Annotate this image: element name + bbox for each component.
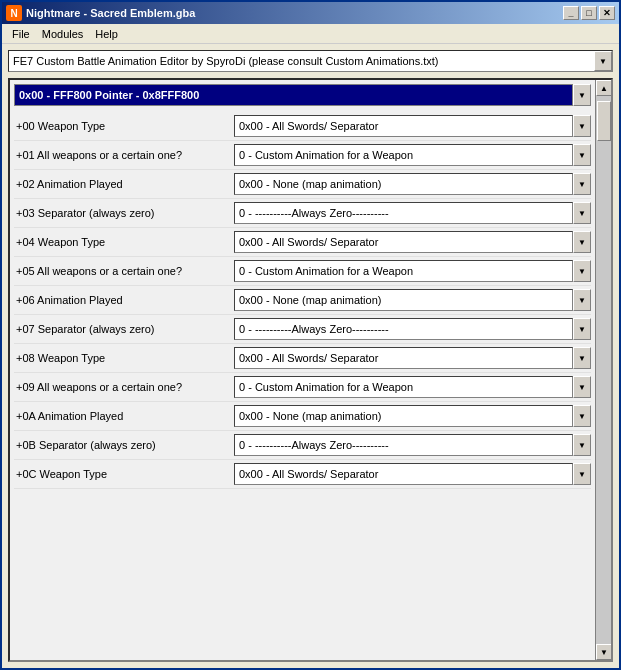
- table-row: +00 Weapon Type0x00 - All Swords/ Separa…: [14, 112, 591, 141]
- fields-area: 0x00 - FFF800 Pointer - 0x8FFF800 ▼ +00 …: [10, 80, 595, 660]
- table-row: +0C Weapon Type0x00 - All Swords/ Separa…: [14, 460, 591, 489]
- field-select-arrow[interactable]: ▼: [573, 434, 591, 456]
- field-select-arrow[interactable]: ▼: [573, 405, 591, 427]
- header-select-text: 0x00 - FFF800 Pointer - 0x8FFF800: [19, 89, 199, 101]
- menu-help[interactable]: Help: [89, 26, 124, 42]
- field-label: +02 Animation Played: [14, 178, 234, 190]
- table-row: +03 Separator (always zero)0 - ---------…: [14, 199, 591, 228]
- table-row: +07 Separator (always zero)0 - ---------…: [14, 315, 591, 344]
- field-select-wrapper: 0 - ----------Always Zero----------▼: [234, 202, 591, 224]
- field-select-wrapper: 0 - ----------Always Zero----------▼: [234, 318, 591, 340]
- app-icon-letter: N: [10, 8, 17, 19]
- field-select-arrow[interactable]: ▼: [573, 173, 591, 195]
- field-select-box[interactable]: 0 - Custom Animation for a Weapon: [234, 144, 573, 166]
- field-label: +08 Weapon Type: [14, 352, 234, 364]
- field-select-arrow[interactable]: ▼: [573, 115, 591, 137]
- header-select-arrow[interactable]: ▼: [573, 84, 591, 106]
- field-select-box[interactable]: 0 - Custom Animation for a Weapon: [234, 260, 573, 282]
- field-select-arrow[interactable]: ▼: [573, 289, 591, 311]
- field-select-wrapper: 0 - Custom Animation for a Weapon▼: [234, 144, 591, 166]
- field-label: +0A Animation Played: [14, 410, 234, 422]
- field-select-arrow[interactable]: ▼: [573, 347, 591, 369]
- field-label: +06 Animation Played: [14, 294, 234, 306]
- scrollbar: ▲ ▼: [595, 80, 611, 660]
- field-select-box[interactable]: 0x00 - None (map animation): [234, 289, 573, 311]
- scroll-thumb[interactable]: [597, 101, 611, 141]
- field-select-box[interactable]: 0x00 - None (map animation): [234, 173, 573, 195]
- window-title: Nightmare - Sacred Emblem.gba: [26, 7, 563, 19]
- field-select-box[interactable]: 0 - Custom Animation for a Weapon: [234, 376, 573, 398]
- module-dropdown-wrapper: FE7 Custom Battle Animation Editor by Sp…: [8, 50, 613, 72]
- table-row: +01 All weapons or a certain one?0 - Cus…: [14, 141, 591, 170]
- table-row: +05 All weapons or a certain one?0 - Cus…: [14, 257, 591, 286]
- field-select-arrow[interactable]: ▼: [573, 318, 591, 340]
- title-buttons: _ □ ✕: [563, 6, 615, 20]
- field-label: +07 Separator (always zero): [14, 323, 234, 335]
- table-row: +02 Animation Played0x00 - None (map ani…: [14, 170, 591, 199]
- field-select-box[interactable]: 0x00 - All Swords/ Separator: [234, 347, 573, 369]
- field-select-arrow[interactable]: ▼: [573, 231, 591, 253]
- field-select-box[interactable]: 0 - ----------Always Zero----------: [234, 318, 573, 340]
- field-select-box[interactable]: 0 - ----------Always Zero----------: [234, 202, 573, 224]
- table-row: +08 Weapon Type0x00 - All Swords/ Separa…: [14, 344, 591, 373]
- field-select-wrapper: 0x00 - None (map animation)▼: [234, 173, 591, 195]
- table-row: +04 Weapon Type0x00 - All Swords/ Separa…: [14, 228, 591, 257]
- field-select-arrow[interactable]: ▼: [573, 202, 591, 224]
- scroll-track: [596, 96, 611, 644]
- module-dropdown-text[interactable]: FE7 Custom Battle Animation Editor by Sp…: [9, 53, 594, 69]
- field-label: +09 All weapons or a certain one?: [14, 381, 234, 393]
- table-row: +0A Animation Played0x00 - None (map ani…: [14, 402, 591, 431]
- field-select-arrow[interactable]: ▼: [573, 260, 591, 282]
- table-row: +09 All weapons or a certain one?0 - Cus…: [14, 373, 591, 402]
- field-label: +05 All weapons or a certain one?: [14, 265, 234, 277]
- menu-bar: File Modules Help: [2, 24, 619, 44]
- field-select-box[interactable]: 0 - ----------Always Zero----------: [234, 434, 573, 456]
- field-select-arrow[interactable]: ▼: [573, 144, 591, 166]
- field-label: +01 All weapons or a certain one?: [14, 149, 234, 161]
- field-label: +0B Separator (always zero): [14, 439, 234, 451]
- header-select-box[interactable]: 0x00 - FFF800 Pointer - 0x8FFF800: [14, 84, 573, 106]
- field-rows-container: +00 Weapon Type0x00 - All Swords/ Separa…: [14, 112, 591, 489]
- module-dropdown-arrow[interactable]: ▼: [594, 51, 612, 71]
- minimize-button[interactable]: _: [563, 6, 579, 20]
- main-panel: 0x00 - FFF800 Pointer - 0x8FFF800 ▼ +00 …: [8, 78, 613, 662]
- field-select-wrapper: 0x00 - All Swords/ Separator▼: [234, 115, 591, 137]
- field-select-wrapper: 0x00 - None (map animation)▼: [234, 289, 591, 311]
- field-label: +03 Separator (always zero): [14, 207, 234, 219]
- field-select-wrapper: 0x00 - None (map animation)▼: [234, 405, 591, 427]
- menu-file[interactable]: File: [6, 26, 36, 42]
- field-select-wrapper: 0 - Custom Animation for a Weapon▼: [234, 376, 591, 398]
- field-label: +04 Weapon Type: [14, 236, 234, 248]
- table-row: +06 Animation Played0x00 - None (map ani…: [14, 286, 591, 315]
- scroll-up-button[interactable]: ▲: [596, 80, 612, 96]
- field-label: +00 Weapon Type: [14, 120, 234, 132]
- field-select-wrapper: 0 - ----------Always Zero----------▼: [234, 434, 591, 456]
- field-select-box[interactable]: 0x00 - All Swords/ Separator: [234, 463, 573, 485]
- field-select-wrapper: 0x00 - All Swords/ Separator▼: [234, 463, 591, 485]
- main-window: N Nightmare - Sacred Emblem.gba _ □ ✕ Fi…: [0, 0, 621, 670]
- content-area: FE7 Custom Battle Animation Editor by Sp…: [2, 44, 619, 668]
- field-select-wrapper: 0 - Custom Animation for a Weapon▼: [234, 260, 591, 282]
- scroll-down-button[interactable]: ▼: [596, 644, 612, 660]
- field-select-box[interactable]: 0x00 - None (map animation): [234, 405, 573, 427]
- menu-modules[interactable]: Modules: [36, 26, 90, 42]
- field-select-arrow[interactable]: ▼: [573, 376, 591, 398]
- table-row: +0B Separator (always zero)0 - ---------…: [14, 431, 591, 460]
- maximize-button[interactable]: □: [581, 6, 597, 20]
- title-bar: N Nightmare - Sacred Emblem.gba _ □ ✕: [2, 2, 619, 24]
- field-label: +0C Weapon Type: [14, 468, 234, 480]
- field-select-box[interactable]: 0x00 - All Swords/ Separator: [234, 231, 573, 253]
- field-select-arrow[interactable]: ▼: [573, 463, 591, 485]
- field-select-wrapper: 0x00 - All Swords/ Separator▼: [234, 231, 591, 253]
- app-icon: N: [6, 5, 22, 21]
- field-select-box[interactable]: 0x00 - All Swords/ Separator: [234, 115, 573, 137]
- field-select-wrapper: 0x00 - All Swords/ Separator▼: [234, 347, 591, 369]
- header-select-row: 0x00 - FFF800 Pointer - 0x8FFF800 ▼: [14, 84, 591, 106]
- close-button[interactable]: ✕: [599, 6, 615, 20]
